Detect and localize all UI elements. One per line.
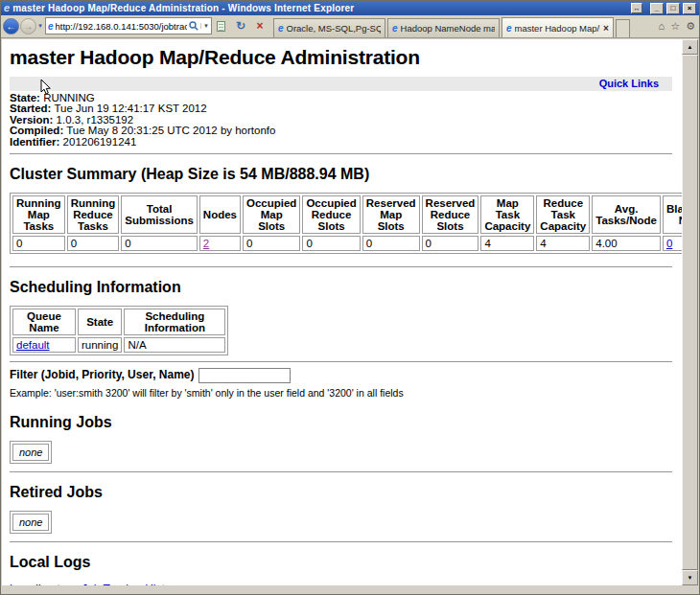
queue-state-cell: running <box>78 337 122 353</box>
vertical-scrollbar[interactable]: ▲ ▼ <box>682 39 698 585</box>
quick-links-link[interactable]: Quick Links <box>599 78 659 89</box>
cluster-summary-heading: Cluster Summary (Heap Size is 54 MB/888.… <box>10 166 672 183</box>
scheduling-table: Queue Name State Scheduling Information … <box>10 306 228 355</box>
close-button[interactable]: × <box>683 3 696 14</box>
state-label: State: <box>10 92 40 103</box>
reserved-reduce-slots-value: 0 <box>422 236 479 251</box>
identifier-line: Identifier: 201206191241 <box>10 137 672 148</box>
cluster-info: State: RUNNING Started: Tue Jun 19 12:41… <box>10 93 672 148</box>
compiled-value: Tue May 8 20:31:25 UTC 2012 by hortonfo <box>63 125 275 136</box>
browser-toolbar: ← → ▼ e http://192.168.0.141:5030/jobtra… <box>1 15 699 38</box>
tab-label: Oracle, MS-SQL,Pg-SQL :.. <box>287 23 381 34</box>
divider <box>10 153 672 154</box>
avg-tasks-node-value: 4.00 <box>592 236 661 251</box>
title-bar: e master Hadoop Map/Reduce Administratio… <box>1 1 699 15</box>
resize-icon[interactable]: ↔ <box>631 3 642 13</box>
new-tab-button[interactable] <box>616 19 630 37</box>
refresh-button[interactable]: ↻ <box>231 17 250 34</box>
running-jobs-heading: Running Jobs <box>10 414 672 431</box>
table-row: none <box>12 444 49 461</box>
queue-info-cell: N/A <box>124 337 225 353</box>
log-directory-link[interactable]: Log <box>10 583 29 585</box>
col-reserved-reduce-slots: Reserved Reduce Slots <box>422 195 479 234</box>
nodes-value: 2 <box>199 236 241 251</box>
divider <box>10 471 672 472</box>
compiled-label: Compiled: <box>10 125 63 136</box>
maximize-button[interactable]: □ <box>666 3 680 14</box>
running-jobs-table: none <box>10 441 52 464</box>
filter-label: Filter (Jobid, Priority, User, Name) <box>10 368 195 381</box>
back-button[interactable]: ← <box>3 18 19 34</box>
queue-default-link[interactable]: default <box>16 339 50 351</box>
scrollbar-thumb[interactable] <box>682 55 698 570</box>
identifier-label: Identifier: <box>10 136 59 148</box>
address-dropdown-icon[interactable]: ▼ <box>200 23 209 29</box>
blacklisted-nodes-value: 0 <box>663 236 682 251</box>
reserved-map-slots-value: 0 <box>362 236 420 251</box>
nodes-link[interactable]: 2 <box>203 238 209 249</box>
tab-close-icon[interactable]: × <box>603 23 609 34</box>
col-avg-tasks-node: Avg. Tasks/Node <box>592 195 661 234</box>
search-icon[interactable] <box>189 21 198 31</box>
col-blacklisted-nodes: Blacklisted Nodes <box>663 195 682 234</box>
page-favicon-icon: e <box>48 21 54 32</box>
quick-links-bar: Quick Links <box>10 77 672 91</box>
table-row: none <box>12 514 49 531</box>
tab-oracle[interactable]: e Oracle, MS-SQL,Pg-SQL :.. <box>273 18 385 37</box>
started-value: Tue Jun 19 12:41:17 KST 2012 <box>51 103 206 114</box>
tab-label: master Hadoop Map/Re... <box>515 23 601 34</box>
col-state: State <box>78 309 122 335</box>
table-header-row: Running Map Tasks Running Reduce Tasks T… <box>12 195 682 234</box>
table-row: default running N/A <box>12 337 225 353</box>
running-jobs-none: none <box>12 444 49 461</box>
tab-hadoop-namenode[interactable]: e Hadoop NameNode maste... <box>387 18 500 37</box>
scroll-up-icon[interactable]: ▲ <box>682 39 698 55</box>
stop-button[interactable]: × <box>250 17 269 34</box>
minimize-button[interactable]: _ <box>650 3 664 14</box>
filter-row: Filter (Jobid, Priority, User, Name) <box>10 368 672 383</box>
map-task-capacity-value: 4 <box>480 236 534 251</box>
forward-button[interactable]: → <box>20 18 36 34</box>
table-value-row: 0 0 0 2 0 0 0 0 4 4 4.00 0 0 0 <box>12 236 682 251</box>
favorites-icon[interactable]: ☆ <box>670 20 680 32</box>
tab-favicon-icon: e <box>506 23 512 34</box>
url-text[interactable]: http://192.168.0.141:5030/jobtracker.jsp <box>56 21 187 32</box>
divider <box>10 541 672 542</box>
retired-jobs-table: none <box>10 511 52 534</box>
history-dropdown-icon[interactable]: ▼ <box>37 23 43 29</box>
col-reserved-map-slots: Reserved Map Slots <box>362 195 420 234</box>
refresh-icon: ↻ <box>236 19 245 33</box>
version-label: Version: <box>10 114 53 126</box>
stop-icon: × <box>256 19 263 33</box>
local-logs-line: Log directory, Job Tracker History <box>10 583 672 585</box>
divider <box>10 361 672 362</box>
page-title: master Hadoop Map/Reduce Administration <box>10 46 672 68</box>
running-map-tasks-value: 0 <box>12 236 65 251</box>
filter-input[interactable] <box>198 368 291 383</box>
compatibility-view-button[interactable] <box>212 17 231 34</box>
divider <box>10 266 672 267</box>
tab-label: Hadoop NameNode maste... <box>401 23 495 34</box>
browser-window: e master Hadoop Map/Reduce Administratio… <box>0 0 700 595</box>
page-content: master Hadoop Map/Reduce Administration … <box>2 39 682 585</box>
address-bar[interactable]: e http://192.168.0.141:5030/jobtracker.j… <box>45 17 212 34</box>
table-header-row: Queue Name State Scheduling Information <box>12 309 225 335</box>
job-tracker-history-link[interactable]: Job Tracker History <box>82 583 180 585</box>
tab-favicon-icon: e <box>392 23 398 34</box>
home-icon[interactable]: ⌂ <box>659 20 665 32</box>
tools-gear-icon[interactable]: ⚙ <box>686 20 695 32</box>
blacklisted-nodes-link[interactable]: 0 <box>666 238 672 249</box>
scroll-down-icon[interactable]: ▼ <box>682 570 698 585</box>
tab-jobtracker-active[interactable]: e master Hadoop Map/Re... × <box>502 17 614 37</box>
compatibility-page-icon <box>217 21 225 32</box>
directory-text: directory, <box>29 583 82 585</box>
reduce-task-capacity-value: 4 <box>536 236 590 251</box>
col-total-submissions: Total Submissions <box>121 195 198 234</box>
filter-example: Example: 'user:smith 3200' will filter b… <box>10 387 672 399</box>
col-occupied-map-slots: Occupied Map Slots <box>243 195 300 234</box>
col-nodes: Nodes <box>199 195 241 234</box>
col-queue-name: Queue Name <box>12 309 76 335</box>
version-value: 1.0.3, r1335192 <box>53 114 133 126</box>
retired-jobs-none: none <box>12 514 49 531</box>
tab-favicon-icon: e <box>278 23 284 34</box>
